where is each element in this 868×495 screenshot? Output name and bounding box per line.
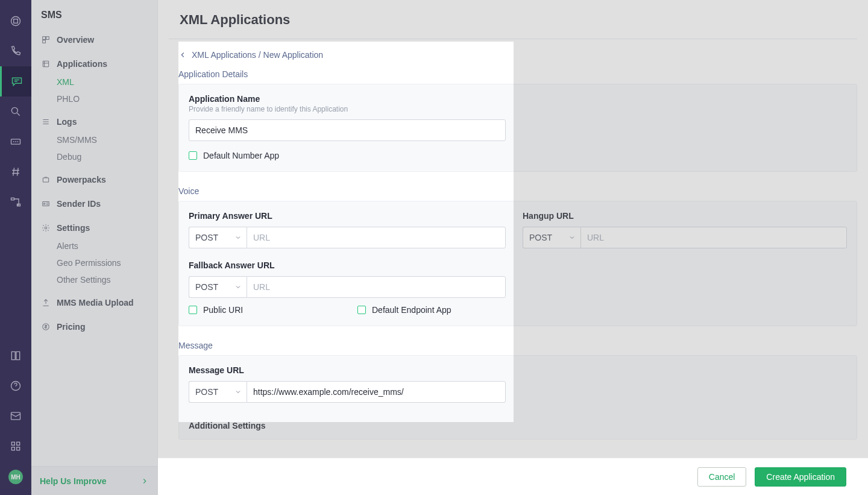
create-application-button[interactable]: Create Application — [755, 467, 846, 487]
icon-rail: MH — [0, 0, 31, 495]
input-primary-url[interactable] — [247, 227, 506, 248]
rail-inbox-icon[interactable] — [0, 401, 31, 431]
svg-rect-4 — [11, 198, 14, 200]
powerpacks-icon — [41, 175, 51, 184]
label-default-endpoint-app: Default Endpoint App — [372, 305, 451, 315]
rail-sip-icon[interactable] — [0, 127, 31, 157]
rail-apps-icon[interactable] — [0, 431, 31, 461]
input-message-url[interactable] — [247, 381, 506, 403]
label-public-uri: Public URI — [203, 305, 243, 315]
card-voice: Primary Answer URL POST Hangup URL — [178, 201, 857, 326]
chevron-down-icon — [568, 234, 576, 241]
gear-icon — [41, 223, 51, 233]
chevron-right-icon — [140, 477, 149, 485]
label-hangup-url: Hangup URL — [523, 211, 847, 221]
sidebar-item-settings[interactable]: Settings — [31, 218, 157, 238]
chevron-down-icon — [234, 234, 242, 241]
section-message: Message — [178, 337, 857, 355]
svg-point-18 — [44, 203, 45, 204]
svg-rect-13 — [46, 37, 49, 40]
logs-icon — [41, 117, 51, 127]
sidebar-sub-geo[interactable]: Geo Permissions — [31, 254, 157, 271]
section-app-details: Application Details — [178, 66, 857, 84]
svg-rect-11 — [17, 447, 20, 450]
chevron-down-icon — [234, 388, 242, 396]
svg-point-0 — [11, 17, 20, 26]
sidebar-item-mms-upload[interactable]: MMS Media Upload — [31, 293, 157, 312]
input-app-name[interactable] — [189, 119, 506, 141]
breadcrumb-text: XML Applications / New Application — [192, 50, 323, 60]
label-message-url: Message URL — [189, 365, 847, 375]
avatar[interactable]: MH — [8, 470, 23, 484]
svg-point-2 — [11, 107, 17, 113]
sidebar-sub-other[interactable]: Other Settings — [31, 271, 157, 288]
sidebar-sub-debug[interactable]: Debug — [31, 148, 157, 165]
svg-rect-8 — [11, 442, 14, 445]
sidebar: SMS Overview Applications XML PHLO Logs … — [31, 0, 158, 495]
chevron-down-icon — [234, 283, 242, 291]
sidebar-sub-smsmms[interactable]: SMS/MMS — [31, 131, 157, 148]
rail-help-icon[interactable] — [0, 371, 31, 401]
label-fallback-url: Fallback Answer URL — [189, 260, 506, 270]
rail-docs-icon[interactable] — [0, 341, 31, 371]
sidebar-item-applications[interactable]: Applications — [31, 54, 157, 74]
select-primary-method[interactable]: POST — [189, 227, 247, 248]
label-primary-answer-url: Primary Answer URL — [189, 211, 506, 221]
label-default-number-app: Default Number App — [203, 151, 279, 160]
sidebar-item-label: Overview — [57, 35, 94, 45]
sidebar-item-senderids[interactable]: Sender IDs — [31, 194, 157, 213]
sidebar-item-label: MMS Media Upload — [57, 298, 134, 307]
sidebar-item-label: Logs — [57, 117, 77, 127]
overview-icon — [41, 35, 51, 45]
svg-rect-16 — [43, 178, 48, 182]
sidebar-item-label: Settings — [57, 223, 90, 233]
sidebar-item-overview[interactable]: Overview — [31, 30, 157, 49]
select-hangup-method[interactable]: POST — [523, 227, 580, 248]
rail-message-icon[interactable] — [0, 66, 31, 96]
chevron-left-icon — [178, 51, 187, 59]
applications-icon — [41, 59, 51, 69]
input-hangup-url[interactable] — [580, 227, 847, 248]
select-fallback-method[interactable]: POST — [189, 276, 247, 298]
sidebar-item-label: Powerpacks — [57, 175, 106, 184]
sidebar-item-label: Sender IDs — [57, 199, 101, 209]
rail-voice-icon[interactable] — [0, 36, 31, 66]
svg-point-19 — [45, 227, 47, 229]
main: XML Applications XML Applications / New … — [158, 0, 868, 495]
svg-rect-1 — [14, 19, 18, 24]
sidebar-sub-phlo[interactable]: PHLO — [31, 90, 157, 107]
rail-home-icon[interactable] — [0, 6, 31, 36]
svg-rect-10 — [11, 447, 14, 450]
sidebar-item-logs[interactable]: Logs — [31, 112, 157, 131]
pricing-icon — [41, 322, 51, 332]
rail-search-icon[interactable] — [0, 96, 31, 127]
select-value: POST — [529, 233, 552, 242]
svg-rect-15 — [43, 61, 48, 66]
svg-rect-14 — [43, 40, 46, 43]
sidebar-item-label: Pricing — [57, 322, 85, 332]
rail-flow-icon[interactable] — [0, 187, 31, 217]
checkbox-default-number-app[interactable] — [189, 151, 197, 160]
help-app-name: Provide a friendly name to identify this… — [189, 105, 847, 113]
help-us-improve[interactable]: Help Us Improve — [31, 466, 157, 495]
sidebar-title: SMS — [31, 0, 157, 28]
breadcrumb[interactable]: XML Applications / New Application — [178, 46, 857, 66]
sidebar-sub-xml[interactable]: XML — [31, 74, 157, 90]
sidebar-item-powerpacks[interactable]: Powerpacks — [31, 170, 157, 189]
sidebar-sub-alerts[interactable]: Alerts — [31, 238, 157, 254]
upload-icon — [41, 298, 51, 307]
checkbox-public-uri[interactable] — [189, 306, 197, 314]
input-fallback-url[interactable] — [247, 276, 506, 298]
senderids-icon — [41, 199, 51, 209]
svg-rect-9 — [17, 442, 20, 445]
section-voice: Voice — [178, 183, 857, 201]
cancel-button[interactable]: Cancel — [697, 467, 747, 487]
sidebar-item-pricing[interactable]: Pricing — [31, 317, 157, 336]
footer-bar: Cancel Create Application — [158, 458, 868, 495]
rail-hash-icon[interactable] — [0, 157, 31, 187]
svg-rect-7 — [11, 412, 20, 420]
checkbox-default-endpoint-app[interactable] — [357, 306, 366, 314]
select-value: POST — [195, 233, 218, 242]
label-additional-settings: Additional Settings — [189, 418, 847, 430]
select-message-method[interactable]: POST — [189, 381, 247, 403]
